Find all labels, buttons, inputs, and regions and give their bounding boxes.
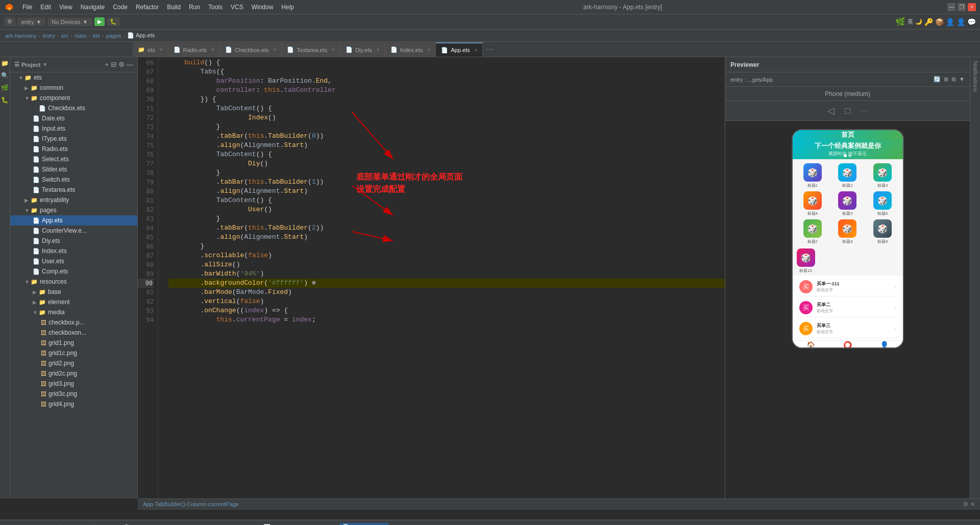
tree-itype-ets[interactable]: 📄 IType.ets [10, 134, 137, 144]
toolbar-icon4[interactable]: 👤 [957, 18, 965, 26]
tree-radio-ets[interactable]: 📄 Radio.ets [10, 144, 137, 154]
breadcrumb-harmony[interactable]: ark-harmony [5, 33, 37, 39]
tree-icon-collapse[interactable]: ⊟ [111, 61, 116, 68]
toolbar-icon1[interactable]: 🔑 [924, 18, 933, 26]
code-editor[interactable]: 66 67 68 69 70 71 72 73 74 75 76 77 78 7… [138, 57, 725, 498]
tree-media-folder[interactable]: ▼ 📁 media [10, 307, 137, 317]
tab-index[interactable]: 📄 Index.ets × [385, 42, 436, 57]
tree-grid3c-png[interactable]: 🖼 grid3c.png [10, 389, 137, 399]
bbc-currentpage[interactable]: currentPage [208, 501, 239, 507]
tree-slider-ets[interactable]: 📄 Slider.ets [10, 164, 137, 174]
project-dropdown[interactable]: ▼ [42, 62, 47, 67]
tree-select-ets[interactable]: 📄 Select.ets [10, 154, 137, 164]
menu-build[interactable]: Build [163, 3, 185, 12]
tab-checkbox[interactable]: 📄 Checkbox.ets × [220, 42, 282, 57]
menu-window[interactable]: Window [248, 3, 278, 12]
activity-search[interactable]: 🔍 [1, 71, 9, 80]
toolbar-icon3[interactable]: 👤 [946, 18, 954, 26]
menu-navigate[interactable]: Navigate [77, 3, 109, 12]
tab-index-close[interactable]: × [427, 47, 430, 53]
tree-resources-folder[interactable]: ▼ 📁 resources [10, 277, 137, 287]
close-button[interactable]: ✕ [968, 3, 976, 11]
settings-button[interactable]: ⚙ [4, 17, 15, 26]
toolbar-icon2[interactable]: 📦 [935, 18, 944, 26]
tab-textarea-close[interactable]: × [332, 47, 335, 53]
bbc-app[interactable]: App [143, 501, 153, 507]
tree-icon-close[interactable]: — [127, 61, 133, 68]
tree-textarea-ets[interactable]: 📄 Textarea.ets [10, 185, 137, 195]
menu-edit[interactable]: Edit [36, 3, 55, 12]
tree-date-ets[interactable]: 📄 Date.ets [10, 113, 137, 123]
tree-component-folder[interactable]: ▼ 📁 component [10, 93, 137, 103]
tab-radio-close[interactable]: × [211, 47, 214, 53]
toolbar-icon5[interactable]: 💬 [967, 18, 976, 26]
todo-btn[interactable]: ☰ TODO [88, 523, 118, 525]
log-btn[interactable]: 📋 Log [120, 523, 144, 525]
tree-grid2c-png[interactable]: 🖼 grid2c.png [10, 368, 137, 379]
tree-counterview-ets[interactable]: 📄 CounterView.e... [10, 226, 137, 236]
tab-radio[interactable]: 📄 Radio.ets × [168, 42, 220, 57]
tabs-overflow[interactable]: ⋯ [483, 45, 496, 54]
tab-ets[interactable]: 📁 ets × [133, 42, 168, 57]
phone-tab-1[interactable]: 🏠 首页 [793, 341, 829, 347]
tree-comp-ets[interactable]: 📄 Comp.ets [10, 266, 137, 277]
activity-project[interactable]: 📁 [1, 59, 9, 67]
run-button[interactable]: ▶ [94, 17, 105, 26]
phone-home-icon[interactable]: □ [845, 106, 850, 116]
menu-vcs[interactable]: VCS [227, 3, 248, 12]
tree-grid3-png[interactable]: 🖼 grid3.png [10, 379, 137, 389]
tab-ets-close[interactable]: × [160, 47, 163, 53]
tree-switch-ets[interactable]: 📄 Switch.ets [10, 174, 137, 185]
menu-help[interactable]: Help [277, 3, 298, 12]
bbc-tabbuilder[interactable]: TabBuilder() [155, 501, 185, 507]
tree-app-ets[interactable]: 📄 App.ets [10, 215, 137, 226]
version-control-btn[interactable]: ⊞ Version Control [4, 523, 55, 525]
bbc-column[interactable]: Column [187, 501, 206, 507]
tree-checkbox-ets[interactable]: 📄 Checkbox.ets [10, 103, 137, 113]
codelinter-btn[interactable]: ✓ Code Linter [296, 523, 337, 525]
services-btn[interactable]: ⚙ Services [224, 523, 258, 525]
tab-diy[interactable]: 📄 Diy.ets × [340, 42, 385, 57]
breadcrumb-entry[interactable]: entry [42, 33, 55, 39]
tab-textarea[interactable]: 📄 Textarea.ets × [282, 42, 340, 57]
device-selector[interactable]: No Devices ▼ [47, 18, 92, 26]
tree-pages-folder[interactable]: ▼ 📁 pages [10, 205, 137, 215]
tree-index-ets[interactable]: 📄 Index.ets [10, 246, 137, 256]
phone-back-icon[interactable]: ◁ [827, 105, 835, 116]
profiler-btn[interactable]: 📊 Profiler [260, 523, 293, 525]
menu-file[interactable]: File [18, 3, 36, 12]
previewer-grid-icon[interactable]: ⊞ [951, 76, 956, 83]
tree-common-folder[interactable]: ▶ 📁 common [10, 83, 137, 93]
menu-code[interactable]: Code [109, 3, 132, 12]
tree-grid1c-png[interactable]: 🖼 grid1c.png [10, 348, 137, 358]
tree-user-ets[interactable]: 📄 User.ets [10, 256, 137, 266]
debug-button[interactable]: 🐛 [107, 17, 120, 26]
tree-icon-settings[interactable]: ⚙ [118, 61, 125, 68]
tree-checkbox-png[interactable]: 🖼 checkbox.p... [10, 317, 137, 328]
activity-debug[interactable]: 🐛 [1, 96, 9, 104]
tree-entryability-folder[interactable]: ▶ 📁 entryability [10, 195, 137, 205]
activity-git[interactable]: 🌿 [1, 84, 9, 92]
terminal-btn[interactable]: >_ Terminal [186, 523, 222, 526]
previewer-split-icon[interactable]: ⊞ [944, 76, 948, 83]
tree-icon-new[interactable]: + [105, 61, 109, 68]
tab-app[interactable]: 📄 App.ets × [436, 42, 483, 57]
problems-btn[interactable]: ⚠ Problems [146, 523, 183, 525]
previewer-log-settings[interactable]: ⚙ [963, 501, 968, 508]
tab-diy-close[interactable]: × [377, 47, 380, 53]
tree-grid1-png[interactable]: 🖼 grid1.png [10, 338, 137, 348]
minimize-button[interactable]: — [947, 3, 955, 11]
previewer-more-icon[interactable]: ▼ [959, 76, 965, 83]
tree-element-folder[interactable]: ▶ 📁 element [10, 297, 137, 307]
tab-checkbox-close[interactable]: × [274, 47, 277, 53]
previewerlog-btn[interactable]: 📄 PreviewerLog [339, 523, 389, 525]
entry-selector[interactable]: entry ▼ [17, 18, 45, 26]
breadcrumb-ets[interactable]: ets [92, 33, 100, 39]
breadcrumb-pages[interactable]: pages [106, 33, 121, 39]
phone-tab-2[interactable]: ⭕ 买单二 [829, 341, 866, 347]
menu-tools[interactable]: Tools [204, 3, 227, 12]
tree-input-ets[interactable]: 📄 Input.ets [10, 123, 137, 134]
tab-app-close[interactable]: × [475, 47, 478, 53]
tree-diy-ets[interactable]: 📄 Diy.ets [10, 236, 137, 246]
phone-tab-3[interactable]: 👤 买单三 [866, 341, 903, 347]
